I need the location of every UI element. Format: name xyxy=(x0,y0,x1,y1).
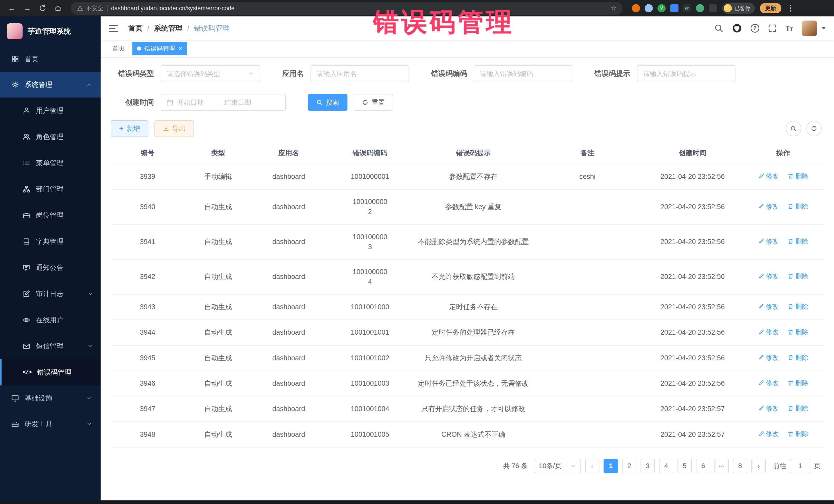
edit-link[interactable]: 修改 xyxy=(758,327,778,336)
sidebar-item-departments[interactable]: 部门管理 xyxy=(0,176,101,202)
sidebar-item-error-code[interactable]: </> 错误码管理 xyxy=(0,359,101,386)
sidebar-item-infrastructure[interactable]: 基础设施 xyxy=(0,386,101,411)
refresh-table-button[interactable] xyxy=(806,121,822,136)
edit-link[interactable]: 修改 xyxy=(758,302,778,311)
extension-icon[interactable] xyxy=(709,4,717,12)
back-icon[interactable]: ← xyxy=(5,2,19,14)
address-bar[interactable]: 不安全 dashboard.yudao.iocoder.cn/system/er… xyxy=(71,2,622,15)
extension-icon[interactable] xyxy=(696,4,704,12)
sidebar-item-system[interactable]: 系统管理 xyxy=(0,72,101,97)
page-button[interactable]: 5 xyxy=(678,459,692,473)
font-size-icon[interactable]: TT xyxy=(786,24,793,32)
sidebar-item-users[interactable]: 用户管理 xyxy=(0,97,101,124)
sidebar-item-posts[interactable]: 岗位管理 xyxy=(0,202,101,228)
delete-link[interactable]: 删除 xyxy=(788,271,808,281)
github-icon[interactable] xyxy=(732,23,742,33)
bookmark-star-icon[interactable]: ☆ xyxy=(611,4,616,12)
prev-page-button[interactable]: ‹ xyxy=(585,459,599,473)
delete-link[interactable]: 删除 xyxy=(788,302,808,311)
gear-icon xyxy=(11,81,19,89)
sidebar-item-notices[interactable]: 通知公告 xyxy=(0,255,101,281)
error-code-input[interactable] xyxy=(474,65,572,82)
start-date-input[interactable] xyxy=(177,98,215,107)
table-row: 3943 自动生成 dashboard 1001001000 定时任务不存在 2… xyxy=(111,294,824,320)
reset-button[interactable]: 重置 xyxy=(354,94,393,111)
users-icon xyxy=(23,133,30,140)
page-size-select[interactable]: 10条/页 xyxy=(534,459,581,473)
error-type-select[interactable]: 请选择错误码类型 xyxy=(161,65,260,82)
sidebar-item-audit-log[interactable]: 审计日志 xyxy=(0,281,101,307)
app-name-input[interactable] xyxy=(310,65,409,82)
hamburger-icon[interactable] xyxy=(109,23,119,34)
extension-icon[interactable]: on xyxy=(683,4,691,12)
avatar[interactable] xyxy=(802,21,817,36)
delete-link[interactable]: 删除 xyxy=(788,171,808,181)
edit-link[interactable]: 修改 xyxy=(758,353,778,362)
edit-link[interactable]: 修改 xyxy=(758,429,778,438)
page-button[interactable]: 3 xyxy=(640,459,655,473)
delete-link[interactable]: 删除 xyxy=(788,429,808,438)
table-row: 3940 自动生成 dashboard 1001000002 参数配置 key … xyxy=(111,190,824,224)
forward-icon[interactable]: → xyxy=(21,2,34,14)
search-button[interactable]: 搜索 xyxy=(308,94,348,111)
edit-link[interactable]: 修改 xyxy=(758,171,778,181)
export-button[interactable]: 导出 xyxy=(154,120,194,137)
end-date-input[interactable] xyxy=(224,98,263,107)
breadcrumb-home[interactable]: 首页 xyxy=(128,23,143,33)
toolbox-icon xyxy=(11,420,19,428)
table-row: 3945 自动生成 dashboard 1001001002 只允许修改为开启或… xyxy=(111,345,824,371)
page-button[interactable]: 1 xyxy=(603,459,618,473)
fullscreen-icon[interactable] xyxy=(768,24,777,32)
goto-page-input[interactable] xyxy=(790,459,810,473)
sidebar-item-online-users[interactable]: 在线用户 xyxy=(0,307,101,333)
tag-error-code[interactable]: 错误码管理 × xyxy=(132,42,187,55)
browser-update-button[interactable]: 更新 xyxy=(760,3,782,13)
extension-icon[interactable] xyxy=(632,4,640,12)
dashboard-icon xyxy=(11,55,19,63)
search-icon[interactable] xyxy=(714,24,723,33)
caret-down-icon[interactable] xyxy=(822,27,826,29)
sidebar-item-roles[interactable]: 角色管理 xyxy=(0,124,101,150)
extension-icon[interactable]: V xyxy=(657,4,666,12)
sidebar-item-dictionary[interactable]: 字典管理 xyxy=(0,228,101,255)
reload-icon[interactable] xyxy=(36,2,49,14)
delete-link[interactable]: 删除 xyxy=(788,327,808,336)
delete-link[interactable]: 删除 xyxy=(788,353,808,362)
home-icon[interactable] xyxy=(51,2,65,14)
edit-link[interactable]: 修改 xyxy=(758,378,778,388)
date-range-picker[interactable]: - xyxy=(161,94,286,111)
message-icon xyxy=(23,342,30,350)
edit-link[interactable]: 修改 xyxy=(758,202,778,211)
sidebar-item-home[interactable]: 首页 xyxy=(0,46,101,72)
delete-link[interactable]: 删除 xyxy=(788,378,808,388)
page-button[interactable]: 8 xyxy=(733,459,747,473)
next-page-button[interactable]: › xyxy=(751,459,766,473)
extension-icon[interactable] xyxy=(670,4,679,12)
sidebar-item-devtools[interactable]: 研发工具 xyxy=(0,411,101,437)
page-button[interactable]: 2 xyxy=(622,459,636,473)
error-type-label: 错误码类型 xyxy=(111,69,154,79)
filter-row-2: 创建时间 - 搜索 重置 xyxy=(111,94,824,111)
delete-link[interactable]: 删除 xyxy=(788,237,808,246)
delete-link[interactable]: 删除 xyxy=(788,404,808,413)
sidebar-item-sms[interactable]: 短信管理 xyxy=(0,333,101,359)
browser-toolbar: ← → 不安全 dashboard.yudao.iocoder.cn/syste… xyxy=(0,0,834,17)
toggle-search-button[interactable] xyxy=(786,121,801,136)
close-icon[interactable]: × xyxy=(179,45,182,51)
help-icon[interactable]: ? xyxy=(751,24,759,32)
error-msg-input[interactable] xyxy=(637,65,736,82)
page-button[interactable]: 6 xyxy=(696,459,710,473)
more-pages-button[interactable]: ··· xyxy=(715,459,729,473)
edit-link[interactable]: 修改 xyxy=(758,237,778,246)
edit-link[interactable]: 修改 xyxy=(758,404,778,413)
delete-link[interactable]: 删除 xyxy=(788,202,808,211)
add-button[interactable]: + 新增 xyxy=(111,120,148,137)
breadcrumb-system[interactable]: 系统管理 xyxy=(154,23,183,33)
sidebar-item-menus[interactable]: 菜单管理 xyxy=(0,150,101,176)
page-button[interactable]: 4 xyxy=(659,459,673,473)
extension-icon[interactable] xyxy=(644,4,653,12)
edit-link[interactable]: 修改 xyxy=(758,271,778,281)
browser-menu-icon[interactable] xyxy=(788,3,793,14)
tag-home[interactable]: 首页 xyxy=(108,42,129,55)
browser-profile-chip[interactable]: 已暂停 xyxy=(722,3,755,14)
